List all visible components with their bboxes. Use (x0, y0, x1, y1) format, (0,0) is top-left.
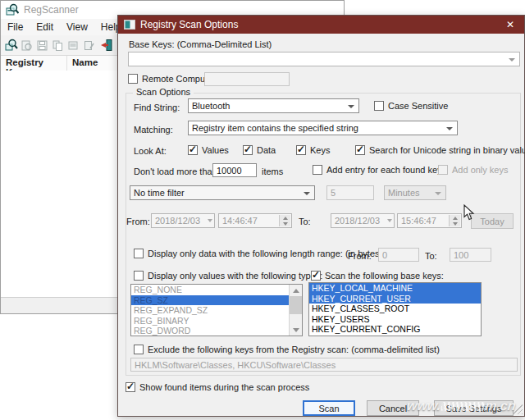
save-settings-button[interactable]: Save Settings (434, 400, 514, 416)
scan-button[interactable]: Scan (303, 400, 355, 416)
dialog-icon (124, 20, 135, 30)
list-item[interactable]: HKEY_USERS (309, 314, 481, 325)
time-unit-combobox: Minutes (384, 185, 446, 200)
to-date-picker: 2018/12/03 (331, 213, 395, 228)
list-item[interactable]: HKEY_CURRENT_USER (309, 294, 481, 304)
checkbox-box (126, 382, 135, 392)
list-item[interactable]: HKEY_LOCAL_MACHINE (309, 283, 481, 294)
list-item[interactable]: HKEY_CLASSES_ROOT (309, 304, 481, 314)
checkbox-box (374, 101, 384, 111)
cancel-button-label: Cancel (379, 404, 407, 413)
checkbox-box (438, 165, 448, 175)
to-time-value: 15:46:47 (401, 216, 436, 226)
exclude-keys-checkbox[interactable]: Exclude the following keys from the Regi… (134, 345, 440, 354)
time-number-field: 5 (326, 185, 374, 200)
scrollbar-thumb[interactable] (290, 296, 302, 314)
types-filter-checkbox[interactable]: Display only values with the following t… (134, 271, 322, 281)
keys-checkbox[interactable]: Keys (296, 145, 330, 155)
length-range-checkbox[interactable]: Display only data with the following len… (134, 249, 382, 258)
checkbox-box (188, 145, 198, 155)
regscanner-title: RegScanner (24, 4, 79, 16)
case-sensitive-label: Case Sensitive (388, 101, 448, 111)
remote-computer-field (204, 72, 290, 86)
scroll-up-icon[interactable] (290, 285, 302, 296)
from-date-picker: 2018/12/03 (151, 213, 215, 228)
menu-file[interactable]: File (1, 20, 30, 34)
matching-combobox[interactable]: Registry item contains the specified str… (188, 121, 458, 135)
checkbox-box (134, 271, 144, 281)
time-filter-combobox[interactable]: No time filter (130, 185, 315, 200)
values-label: Values (202, 145, 229, 155)
dialog-titlebar[interactable]: Registry Scan Options ✕ (118, 16, 524, 34)
resize-grip[interactable] (513, 404, 523, 414)
items-label: items (262, 167, 283, 176)
exit-icon[interactable] (99, 39, 113, 52)
properties-icon[interactable] (66, 39, 80, 52)
menu-view[interactable]: View (60, 20, 94, 34)
open-icon[interactable] (20, 39, 34, 52)
screenshot: RegScanner File Edit View Help (0, 0, 525, 420)
scan-base-keys-label: Scan the following base keys: (325, 271, 444, 281)
checkbox-box (296, 145, 306, 155)
regscanner-app-icon (6, 3, 19, 16)
from-label: From: (126, 217, 150, 226)
max-items-field[interactable]: 10000 (212, 163, 257, 177)
chevron-down-icon (435, 192, 441, 195)
checkbox-box (134, 249, 144, 258)
menu-edit[interactable]: Edit (30, 20, 60, 34)
types-list-scrollbar[interactable] (289, 285, 302, 336)
save-settings-label: Save Settings (446, 404, 502, 413)
show-found-label: Show found items during the scan process (139, 382, 309, 392)
time-filter-value: No time filter (134, 188, 185, 198)
column-registry-key[interactable]: Registry Key (1, 56, 67, 71)
find-string-combobox[interactable]: Bluetooth (188, 98, 359, 113)
clear-icon[interactable] (82, 39, 96, 52)
matching-label: Matching: (134, 125, 173, 135)
list-item: REG_NONE (131, 285, 290, 295)
show-found-checkbox[interactable]: Show found items during the scan process (126, 382, 309, 392)
data-label: Data (257, 145, 276, 155)
scan-base-keys-checkbox[interactable]: Scan the following base keys: (311, 271, 444, 281)
checkbox-box (355, 145, 365, 155)
to-date-value: 2018/12/03 (335, 216, 380, 226)
list-item[interactable]: HKEY_CURRENT_CONFIG (309, 324, 481, 335)
time-unit-value: Minutes (388, 188, 420, 198)
checkbox-box (134, 345, 144, 354)
base-keys-listbox[interactable]: HKEY_LOCAL_MACHINEHKEY_CURRENT_USERHKEY_… (308, 282, 482, 336)
length-from-label: From: (348, 251, 372, 261)
spinner-arrows-icon (449, 215, 460, 226)
look-at-label: Look At: (134, 146, 167, 156)
value-types-listbox: REG_NONEREG_SZREG_EXPAND_SZREG_BINARYREG… (130, 284, 303, 336)
checkbox-box (128, 74, 138, 84)
save-icon[interactable] (35, 39, 49, 52)
length-to-label: To: (425, 251, 437, 261)
from-date-value: 2018/12/03 (155, 216, 200, 226)
exclude-keys-label: Exclude the following keys from the Regi… (148, 345, 440, 354)
add-only-keys-checkbox: Add only keys (438, 165, 508, 175)
to-label: To: (299, 217, 311, 226)
unicode-search-checkbox[interactable]: Search for Unicode string in binary valu… (355, 145, 525, 155)
cancel-button[interactable]: Cancel (367, 400, 419, 416)
exclude-keys-field: HKLM\Software\Classes, HKCU\Software\Cla… (130, 358, 518, 372)
from-time-spinner: 14:46:47 (218, 213, 292, 228)
scroll-down-icon[interactable] (290, 324, 302, 336)
scan-options-legend: Scan Options (133, 87, 194, 97)
close-icon[interactable]: ✕ (496, 16, 524, 34)
length-from-value: 0 (382, 250, 387, 260)
length-from-field: 0 (378, 248, 419, 262)
data-checkbox[interactable]: Data (243, 145, 276, 155)
find-string-value: Bluetooth (192, 101, 230, 111)
add-entry-checkbox[interactable]: Add entry for each found key (313, 165, 442, 175)
column-name[interactable]: Name (67, 56, 118, 71)
spinner-arrows-icon (279, 215, 290, 226)
copy-icon[interactable] (51, 39, 65, 52)
scan-icon[interactable] (4, 39, 18, 52)
keys-label: Keys (310, 145, 330, 155)
chevron-down-icon (304, 192, 310, 195)
values-checkbox[interactable]: Values (188, 145, 229, 155)
to-time-spinner: 15:46:47 (397, 213, 462, 228)
length-to-value: 100 (454, 250, 468, 260)
checkbox-box (243, 145, 253, 155)
base-keys-combobox[interactable] (128, 52, 520, 66)
case-sensitive-checkbox[interactable]: Case Sensitive (374, 101, 448, 111)
